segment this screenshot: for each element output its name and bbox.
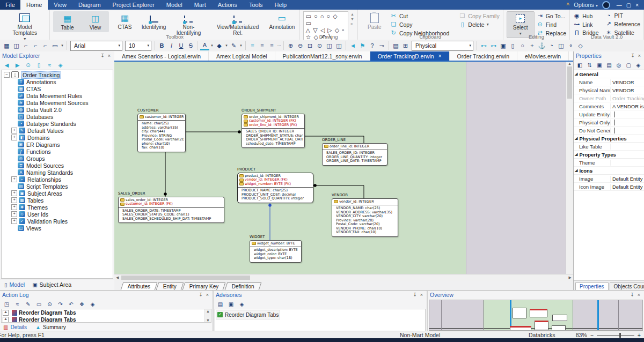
- anchor-icon[interactable]: ⚓: [537, 41, 546, 50]
- menu-item-project-explorer[interactable]: Project Explorer: [107, 0, 160, 10]
- forward-icon[interactable]: ▶: [13, 61, 22, 70]
- align-left-button[interactable]: ≡: [248, 41, 257, 50]
- property-row[interactable]: Physical NameVENDOR: [574, 86, 644, 94]
- back-icon[interactable]: ◀: [2, 61, 11, 70]
- goto-button[interactable]: ⇥Go To...: [537, 12, 567, 19]
- property-row[interactable]: Theme: [574, 159, 644, 167]
- close-icon[interactable]: ×: [636, 53, 642, 58]
- property-row[interactable]: ImageDefault Entity Sm...: [574, 175, 644, 183]
- add-icon[interactable]: +: [528, 41, 537, 50]
- script-icon[interactable]: ▤: [605, 61, 613, 70]
- tree-item[interactable]: +▦Tables: [2, 197, 113, 204]
- user-avatar-icon[interactable]: [602, 1, 610, 9]
- binoculars-icon[interactable]: ≈: [13, 300, 22, 309]
- menu-item-tools[interactable]: Tools: [243, 0, 269, 10]
- entity-order_line[interactable]: ORDER_LINEorder_line_id: INTEGERSALES_OR…: [322, 138, 387, 166]
- tree-expander[interactable]: +: [11, 204, 17, 210]
- tab-objects-count[interactable]: Objects Count: [610, 282, 644, 290]
- diagram-tab-definition[interactable]: Definition: [224, 282, 261, 290]
- strike-button[interactable]: S: [186, 41, 195, 50]
- checkbox[interactable]: [614, 120, 615, 125]
- property-section-header[interactable]: ◢Property Types: [574, 151, 644, 159]
- horizontal-scrollbar[interactable]: ◀ ▶: [114, 274, 573, 281]
- overview-minimap[interactable]: [429, 300, 643, 331]
- tree-item[interactable]: ƒFunctions: [2, 148, 113, 155]
- font-size-select[interactable]: 10▾: [125, 41, 151, 51]
- link-tool-icon[interactable]: ⊸: [377, 41, 386, 50]
- line-color-menu-icon[interactable]: ▾: [239, 41, 243, 50]
- fill-color-menu-icon[interactable]: ▾: [224, 41, 229, 50]
- property-value[interactable]: VENDOR: [611, 79, 644, 85]
- zoom-out-button[interactable]: −: [590, 332, 594, 338]
- action-log-scrollbar[interactable]: ▲▼: [204, 309, 211, 322]
- search-icon[interactable]: ⊙: [45, 300, 54, 309]
- tag-icon[interactable]: ◈: [237, 300, 246, 309]
- zoom-region-tool[interactable]: ⊡: [305, 41, 314, 50]
- entity-vendor[interactable]: VENDORvendor_id: INTEGERVENDOR_NAME: cha…: [332, 194, 398, 237]
- tree-expander[interactable]: −: [4, 72, 10, 78]
- zoom-width-tool[interactable]: ◫: [334, 41, 343, 50]
- doc-tab[interactable]: Order TrackingD.erwin×: [370, 51, 450, 61]
- more-shapes-icon[interactable]: ≡: [350, 22, 354, 26]
- search-icon[interactable]: ⊙: [24, 61, 33, 70]
- report-icon[interactable]: ▤: [391, 41, 400, 50]
- pin-icon[interactable]: ↧: [411, 292, 419, 298]
- reference-button[interactable]: ↗Reference: [605, 20, 640, 27]
- non-identifying-button[interactable]: Non-Identifying: [170, 11, 208, 37]
- tab-model[interactable]: ▯ Model: [4, 281, 25, 288]
- font-family-select[interactable]: Arial▾: [70, 41, 122, 51]
- collapse-ribbon-icon[interactable]: ^: [566, 2, 569, 8]
- menu-item-diagram[interactable]: Diagram: [72, 0, 107, 10]
- save-icon[interactable]: ▤: [216, 300, 225, 309]
- entity-product[interactable]: PRODUCTproduct_id: INTEGERvendor_id: INT…: [237, 168, 313, 203]
- property-value[interactable]: Default Entity Icon: [611, 184, 644, 190]
- property-section-header[interactable]: ◢Physical Properties: [574, 135, 644, 143]
- pit-button[interactable]: ◔PIT: [605, 12, 640, 19]
- hub-button[interactable]: ◉Hub: [573, 12, 598, 19]
- scroll-down-icon[interactable]: ▼: [350, 17, 354, 21]
- tree-item[interactable]: −▯Order Tracking: [2, 71, 113, 78]
- copy-family-button[interactable]: ❏Copy Family: [459, 12, 499, 19]
- tree-expander[interactable]: +: [11, 197, 17, 203]
- edit-icon[interactable]: ✎: [24, 300, 33, 309]
- menu-item-home[interactable]: Home: [20, 0, 48, 10]
- zoom-slider[interactable]: [597, 335, 634, 336]
- close-icon[interactable]: ×: [419, 292, 425, 298]
- zoom-selection-tool[interactable]: ⊙: [315, 41, 324, 50]
- property-row[interactable]: Update Entity D: [574, 110, 644, 118]
- clock-icon[interactable]: ◔: [547, 41, 556, 50]
- action-log-entry[interactable]: +Reorder Diagram Tabs: [2, 309, 211, 316]
- window-icon[interactable]: ◫: [557, 41, 566, 50]
- zoom-in-button[interactable]: +: [638, 332, 641, 338]
- close-icon[interactable]: ×: [636, 292, 642, 298]
- close-icon[interactable]: ×: [204, 292, 210, 298]
- find-button[interactable]: ⊙Find: [537, 21, 567, 28]
- tree-item[interactable]: ▦CTAS: [2, 85, 113, 92]
- action-log-entry[interactable]: +Reorder Diagram Tabs: [2, 316, 211, 323]
- tree-item[interactable]: ◎Groups: [2, 155, 113, 162]
- tree-item[interactable]: ◫Databases: [2, 113, 113, 120]
- diagram-tab-entity[interactable]: Entity: [156, 282, 184, 290]
- redo-icon[interactable]: ↷: [56, 300, 65, 309]
- property-value[interactable]: Order Tracking: [611, 95, 644, 101]
- zoom-in-tool[interactable]: ⊕: [286, 41, 295, 50]
- doc-icon[interactable]: ▯: [508, 41, 517, 50]
- diamond-tool[interactable]: ◇: [576, 41, 585, 50]
- tree-item[interactable]: +✓Validation Rules: [2, 218, 113, 225]
- tab-subject-area[interactable]: ▣ Subject Area: [32, 281, 71, 288]
- window-icon[interactable]: ▢: [625, 61, 633, 70]
- binoculars-icon[interactable]: ≈: [45, 61, 54, 70]
- tree-item[interactable]: TAnnotations: [2, 78, 113, 85]
- property-row[interactable]: Owner PathOrder Tracking: [574, 94, 644, 102]
- tree-item[interactable]: +⌐Relationships: [2, 176, 113, 183]
- tree-expander[interactable]: +: [11, 135, 17, 140]
- tree-item[interactable]: ANaming Standards: [2, 169, 113, 176]
- tree-item[interactable]: +◧Domains: [2, 134, 113, 141]
- zoom-out-tool[interactable]: ⊖: [296, 41, 305, 50]
- menu-item-model[interactable]: Model: [160, 0, 188, 10]
- file-menu[interactable]: File: [0, 0, 20, 10]
- pin-icon[interactable]: ↧: [99, 53, 106, 58]
- view-mode-select[interactable]: Physical▾: [412, 41, 473, 51]
- identifying-rel-tool[interactable]: ⌐: [21, 41, 31, 50]
- view-button[interactable]: ◫ View: [82, 12, 108, 32]
